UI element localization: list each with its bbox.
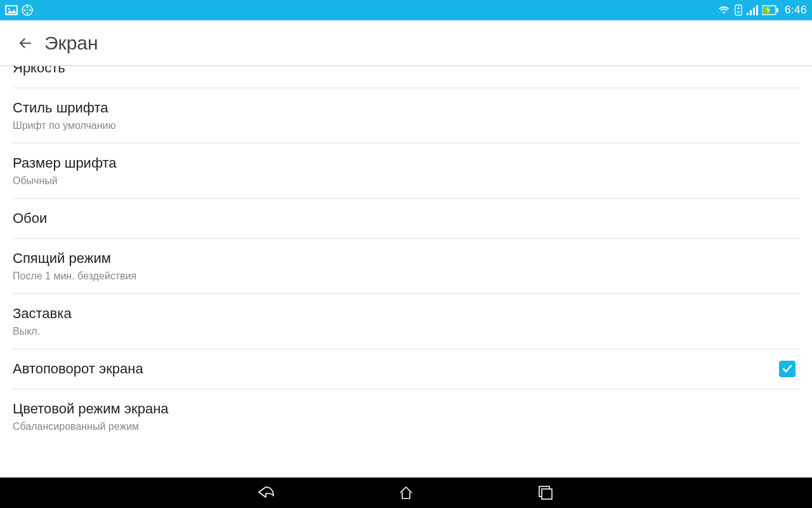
page-title: Экран xyxy=(44,32,98,54)
setting-title: Яркость xyxy=(13,66,799,76)
setting-color-mode[interactable]: Цветовой режим экрана Сбалансированный р… xyxy=(13,389,799,444)
setting-screensaver[interactable]: Заставка Выкл. xyxy=(13,294,799,349)
nav-back-button[interactable] xyxy=(254,480,279,505)
svg-rect-18 xyxy=(542,489,552,499)
back-button[interactable] xyxy=(13,30,38,56)
setting-title: Спящий режим xyxy=(13,250,799,267)
navigation-bar xyxy=(0,478,812,508)
setting-font-style[interactable]: Стиль шрифта Шрифт по умолчанию xyxy=(13,88,799,144)
svg-rect-10 xyxy=(747,13,749,15)
setting-font-size[interactable]: Размер шрифта Обычный xyxy=(13,144,799,199)
setting-autorotate[interactable]: Автоповорот экрана xyxy=(13,349,799,389)
svg-rect-9 xyxy=(735,5,742,15)
setting-subtitle: Шрифт по умолчанию xyxy=(13,120,799,131)
wifi-icon xyxy=(717,5,730,15)
svg-point-8 xyxy=(27,10,28,11)
sync-icon xyxy=(734,4,743,16)
status-bar: 6:46 xyxy=(0,0,812,20)
setting-title: Цветовой режим экрана xyxy=(13,401,799,417)
setting-title: Обои xyxy=(13,210,799,227)
autorotate-checkbox[interactable] xyxy=(779,361,796,377)
setting-subtitle: Выкл. xyxy=(13,326,799,337)
svg-point-6 xyxy=(23,10,25,11)
setting-title: Автоповорот экрана xyxy=(13,361,779,377)
reel-icon xyxy=(22,4,33,16)
svg-rect-13 xyxy=(756,5,758,15)
setting-subtitle: После 1 мин. бездействия xyxy=(13,271,799,282)
settings-list: Яркость Стиль шрифта Шрифт по умолчанию … xyxy=(0,66,812,478)
setting-title: Заставка xyxy=(13,305,799,322)
svg-point-5 xyxy=(27,12,29,14)
svg-point-2 xyxy=(8,8,10,10)
svg-rect-15 xyxy=(776,8,778,12)
svg-rect-11 xyxy=(750,10,752,15)
setting-subtitle: Сбалансированный режим xyxy=(13,421,799,432)
setting-title: Размер шрифта xyxy=(13,155,799,171)
svg-point-4 xyxy=(27,6,29,8)
setting-title: Стиль шрифта xyxy=(13,100,799,116)
setting-subtitle: Обычный xyxy=(13,175,799,187)
app-header: Экран xyxy=(0,20,812,66)
battery-charging-icon xyxy=(762,5,778,15)
nav-recent-button[interactable] xyxy=(533,480,558,505)
setting-brightness[interactable]: Яркость xyxy=(13,66,799,88)
svg-point-7 xyxy=(29,10,31,11)
setting-sleep[interactable]: Спящий режим После 1 мин. бездействия xyxy=(13,239,799,294)
status-clock: 6:46 xyxy=(785,4,807,17)
gallery-icon xyxy=(5,5,18,15)
signal-icon xyxy=(747,5,758,15)
svg-rect-12 xyxy=(753,8,755,15)
setting-wallpaper[interactable]: Обои xyxy=(13,199,799,239)
nav-home-button[interactable] xyxy=(393,480,419,505)
